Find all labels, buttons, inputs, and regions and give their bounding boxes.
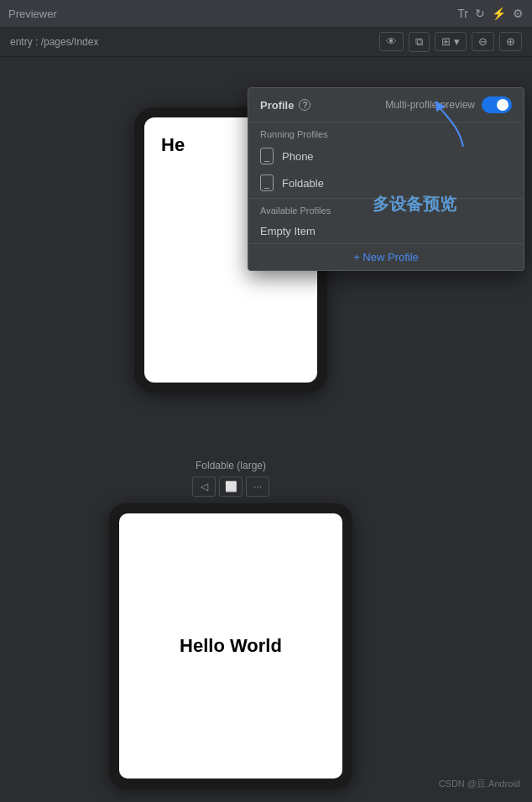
main-content: He Foldable (large) ◁ ⬜ ··· Hello World …: [0, 57, 532, 802]
foldable-label: Foldable (large): [196, 460, 266, 471]
foldable-label-area: Foldable (large) ◁ ⬜ ···: [109, 460, 352, 497]
title-bar-actions: Tr ↻ ⚡ ⚙: [457, 7, 524, 20]
available-profiles-section: Available Profiles Empty Item: [248, 198, 524, 243]
available-profiles-section-title: Available Profiles: [248, 199, 524, 219]
foldable-back-button[interactable]: ◁: [192, 477, 216, 497]
dropdown-panel: Profile ? Multi-profile preview Running …: [248, 87, 524, 271]
foldable-device-container: Foldable (large) ◁ ⬜ ··· Hello World: [109, 460, 352, 789]
lightning-icon[interactable]: ⚡: [492, 7, 506, 20]
foldable-device-icon: [260, 174, 274, 191]
phone-profile-item[interactable]: Phone: [248, 143, 524, 169]
running-profiles-section-title: Running Profiles: [248, 122, 524, 143]
multi-profile-toggle[interactable]: [482, 96, 512, 113]
dropdown-header: Profile ? Multi-profile preview: [248, 88, 524, 122]
foldable-screen: Hello World: [119, 513, 342, 779]
foldable-hello-text: Hello World: [180, 635, 282, 657]
eye-button[interactable]: 👁: [379, 32, 404, 51]
phone-profile-label: Phone: [282, 150, 314, 163]
arrow-annotation: [430, 101, 472, 154]
title-bar: Previewer Tr ↻ ⚡ ⚙: [0, 0, 532, 27]
foldable-profile-label: Foldable: [282, 177, 324, 190]
foldable-controls: ◁ ⬜ ···: [192, 477, 269, 497]
help-icon[interactable]: ?: [299, 99, 310, 111]
toolbar: entry : /pages/Index 👁 ⧉ ⊞ ▾ ⊖ ⊕: [0, 27, 532, 57]
empty-item[interactable]: Empty Item: [248, 219, 524, 243]
foldable-profile-item[interactable]: Foldable: [248, 169, 524, 196]
foldable-home-button[interactable]: ⬜: [219, 477, 243, 497]
foldable-frame: Hello World: [109, 503, 352, 789]
app-name: Previewer: [8, 8, 57, 20]
font-icon[interactable]: Tr: [457, 7, 468, 20]
grid-button[interactable]: ⊞ ▾: [435, 32, 467, 51]
foldable-more-button[interactable]: ···: [246, 477, 269, 497]
zoom-in-button[interactable]: ⊕: [499, 32, 522, 51]
layers-button[interactable]: ⧉: [409, 32, 430, 52]
refresh-icon[interactable]: ↻: [475, 7, 485, 20]
profile-label: Profile: [260, 99, 294, 112]
new-profile-button[interactable]: + New Profile: [248, 243, 524, 270]
phone-hello-text: He: [161, 134, 185, 156]
zoom-out-button[interactable]: ⊖: [472, 32, 494, 51]
watermark: CSDN @豆.Android: [439, 778, 520, 790]
toggle-thumb: [497, 99, 509, 111]
phone-device-icon: [260, 148, 274, 164]
breadcrumb: entry : /pages/Index: [10, 36, 98, 48]
settings-icon[interactable]: ⚙: [513, 7, 524, 20]
